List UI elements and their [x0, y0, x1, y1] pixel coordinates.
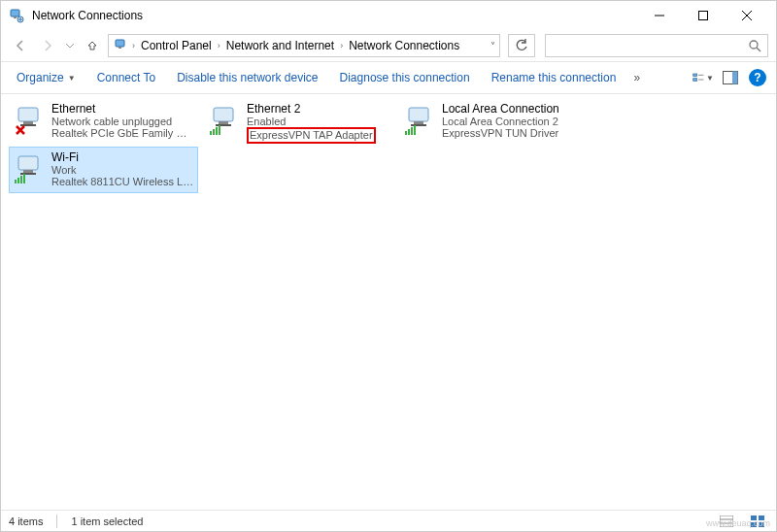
- svg-rect-34: [23, 174, 25, 183]
- svg-rect-27: [414, 125, 416, 135]
- breadcrumb-bar[interactable]: › Control Panel › Network and Internet ›…: [108, 34, 500, 57]
- back-button[interactable]: [9, 34, 32, 57]
- svg-rect-30: [20, 173, 36, 175]
- connection-device: ExpressVPN TAP Adapter: [247, 127, 389, 144]
- svg-rect-31: [15, 180, 17, 183]
- svg-rect-10: [732, 72, 738, 84]
- svg-rect-17: [210, 131, 212, 135]
- network-adapter-icon: [208, 102, 241, 141]
- diagnose-button[interactable]: Diagnose this connection: [332, 67, 478, 88]
- svg-rect-7: [693, 74, 697, 77]
- connection-name: Ethernet: [51, 102, 194, 116]
- recent-locations-button[interactable]: [63, 34, 77, 57]
- svg-rect-23: [411, 124, 426, 126]
- refresh-button[interactable]: [508, 34, 535, 57]
- status-bar: 4 items 1 item selected: [1, 510, 776, 531]
- chevron-down-icon: ▼: [68, 74, 76, 83]
- svg-rect-26: [411, 127, 413, 135]
- svg-rect-29: [23, 170, 33, 173]
- svg-rect-13: [20, 124, 36, 126]
- chevron-right-icon[interactable]: ›: [132, 41, 135, 50]
- help-button[interactable]: ?: [747, 67, 768, 88]
- disable-label: Disable this network device: [177, 71, 318, 84]
- chevron-down-icon[interactable]: ˅: [490, 41, 495, 51]
- status-selection: 1 item selected: [71, 515, 143, 527]
- connection-name: Local Area Connection: [442, 102, 585, 116]
- svg-rect-4: [116, 40, 124, 47]
- maximize-button[interactable]: [681, 1, 725, 30]
- svg-rect-11: [18, 108, 38, 121]
- breadcrumb-item-1[interactable]: Network and Internet: [222, 39, 338, 52]
- svg-rect-25: [408, 129, 410, 135]
- view-options-button[interactable]: ▼: [693, 67, 714, 88]
- connect-to-button[interactable]: Connect To: [89, 67, 164, 88]
- help-icon: ?: [749, 69, 766, 86]
- chevron-right-icon[interactable]: ›: [340, 41, 343, 50]
- connection-status: Network cable unplugged: [51, 116, 194, 127]
- svg-rect-12: [23, 121, 33, 124]
- preview-pane-button[interactable]: [720, 67, 741, 88]
- connection-device: ExpressVPN TUN Driver: [442, 127, 585, 139]
- highlighted-device-label: ExpressVPN TAP Adapter: [247, 127, 376, 144]
- breadcrumb-label: Control Panel: [141, 39, 212, 52]
- svg-rect-1: [14, 17, 17, 18]
- svg-rect-15: [219, 121, 228, 124]
- connection-name: Ethernet 2: [247, 102, 389, 116]
- svg-rect-0: [11, 10, 19, 17]
- rename-label: Rename this connection: [491, 71, 617, 84]
- disable-device-button[interactable]: Disable this network device: [169, 67, 325, 88]
- connection-item-local-area[interactable]: Local Area Connection Local Area Connect…: [399, 98, 589, 145]
- svg-rect-24: [405, 131, 407, 135]
- network-adapter-icon: [13, 150, 46, 189]
- svg-rect-3: [698, 12, 707, 20]
- connection-status: Enabled: [247, 116, 389, 127]
- connection-device: Realtek PCIe GbE Family Controller: [51, 127, 194, 139]
- connection-item-wifi[interactable]: Wi-Fi Work Realtek 8811CU Wireless LAN 8…: [9, 147, 198, 193]
- status-separator: [56, 515, 57, 528]
- svg-rect-33: [20, 176, 22, 183]
- svg-rect-19: [216, 127, 218, 135]
- svg-rect-18: [213, 129, 215, 135]
- organize-menu[interactable]: Organize▼: [9, 67, 84, 88]
- svg-rect-5: [118, 47, 121, 49]
- connection-status: Local Area Connection 2: [442, 116, 585, 127]
- svg-rect-21: [409, 108, 428, 121]
- svg-point-6: [750, 41, 758, 49]
- search-icon[interactable]: [748, 39, 761, 52]
- location-icon: [113, 37, 130, 54]
- chevron-right-icon[interactable]: ›: [218, 41, 220, 50]
- connection-item-ethernet-2[interactable]: Ethernet 2 Enabled ExpressVPN TAP Adapte…: [204, 98, 393, 145]
- app-icon: [9, 8, 24, 23]
- svg-rect-8: [693, 79, 697, 82]
- breadcrumb-label: Network Connections: [349, 39, 459, 52]
- diagnose-label: Diagnose this connection: [340, 71, 470, 84]
- connection-status: Work: [51, 164, 194, 176]
- close-button[interactable]: [725, 1, 768, 30]
- status-item-count: 4 items: [9, 515, 43, 527]
- svg-rect-20: [219, 125, 220, 135]
- overflow-button[interactable]: »: [629, 67, 644, 88]
- organize-label: Organize: [17, 71, 64, 84]
- svg-rect-14: [214, 108, 233, 121]
- connection-device: Realtek 8811CU Wireless LAN 802.…: [51, 176, 194, 187]
- breadcrumb-item-0[interactable]: Control Panel: [137, 39, 216, 52]
- svg-rect-22: [414, 121, 423, 124]
- minimize-button[interactable]: [637, 1, 681, 30]
- command-bar: Organize▼ Connect To Disable this networ…: [1, 61, 776, 94]
- connection-item-ethernet[interactable]: Ethernet Network cable unplugged Realtek…: [9, 98, 198, 145]
- up-button[interactable]: [81, 34, 104, 57]
- titlebar: Network Connections: [1, 1, 776, 30]
- window-title: Network Connections: [32, 9, 637, 22]
- search-input[interactable]: [552, 39, 761, 52]
- rename-button[interactable]: Rename this connection: [484, 67, 625, 88]
- svg-rect-16: [216, 124, 231, 126]
- content-area: Ethernet Network cable unplugged Realtek…: [1, 94, 776, 510]
- forward-button[interactable]: [36, 34, 59, 57]
- search-box[interactable]: [545, 34, 768, 57]
- breadcrumb-label: Network and Internet: [226, 39, 334, 52]
- watermark: www.deuaq.com: [706, 518, 770, 528]
- breadcrumb-item-2[interactable]: Network Connections: [345, 39, 463, 52]
- svg-rect-32: [17, 178, 19, 183]
- navbar: › Control Panel › Network and Internet ›…: [1, 30, 776, 61]
- network-adapter-icon: [13, 102, 46, 141]
